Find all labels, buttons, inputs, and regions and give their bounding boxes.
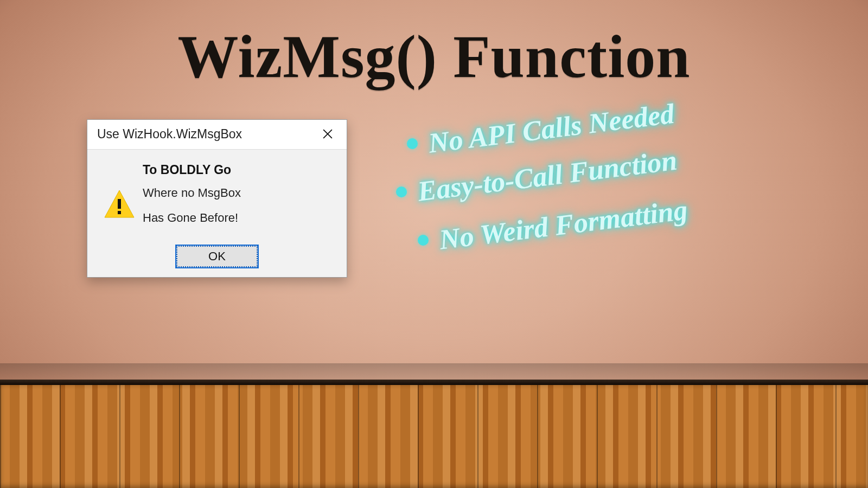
message-box: Use WizHook.WizMsgBox To BOLDLY Go Where… — [87, 119, 347, 278]
bullet-list: No API Calls Needed Easy-to-Call Functio… — [391, 127, 835, 272]
svg-rect-4 — [118, 211, 121, 214]
message-line-1: Where no MsgBox — [143, 186, 337, 200]
bullet-icon — [418, 235, 429, 246]
message-line-2: Has Gone Before! — [143, 211, 337, 225]
message-box-text: To BOLDLY Go Where no MsgBox Has Gone Be… — [139, 162, 337, 236]
message-box-footer: OK — [87, 242, 347, 277]
message-box-body: To BOLDLY Go Where no MsgBox Has Gone Be… — [87, 150, 347, 242]
bullet-icon — [407, 138, 418, 149]
baseboard — [0, 380, 868, 385]
ok-button[interactable]: OK — [176, 246, 258, 267]
list-item: No Weird Formatting — [418, 224, 835, 256]
message-bold-line: To BOLDLY Go — [143, 163, 337, 177]
wood-floor — [0, 385, 868, 488]
close-icon — [323, 129, 333, 139]
warning-icon — [99, 162, 139, 236]
message-box-title-text: Use WizHook.WizMsgBox — [97, 127, 242, 142]
bullet-icon — [396, 187, 407, 197]
slide-title: WizMsg() Function — [0, 22, 868, 92]
message-box-titlebar: Use WizHook.WizMsgBox — [87, 120, 347, 150]
slide-stage: WizMsg() Function Use WizHook.WizMsgBox — [0, 0, 868, 488]
close-button[interactable] — [315, 125, 340, 143]
svg-rect-3 — [118, 199, 121, 209]
